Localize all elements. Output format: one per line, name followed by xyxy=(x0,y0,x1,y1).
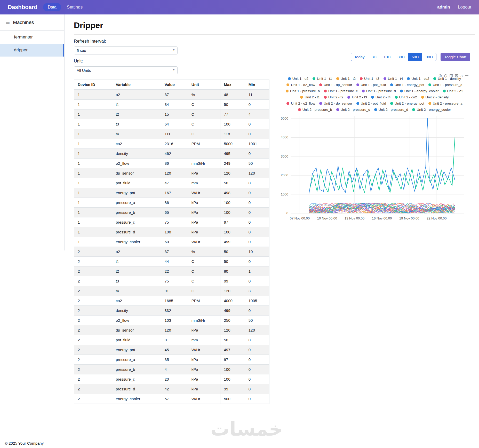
legend-item[interactable]: Unit 2 - density xyxy=(421,95,449,99)
legend-item[interactable]: Unit 2 - co2 xyxy=(395,95,417,99)
unit-select[interactable]: All Units xyxy=(74,66,178,74)
toggle-chart-button[interactable]: Toggle Chart xyxy=(441,53,470,61)
legend-item[interactable]: Unit 2 - pressure_c xyxy=(336,108,370,112)
table-cell: 100 xyxy=(220,208,245,217)
table-cell: kPa xyxy=(188,198,220,208)
legend-item[interactable]: Unit 1 - pressure_c xyxy=(324,89,358,93)
legend-item[interactable]: Unit 2 - pressure_d xyxy=(374,108,408,112)
legend-item[interactable]: Unit 1 - t2 xyxy=(336,77,356,81)
legend-item[interactable]: Unit 2 - energy_cooler xyxy=(412,108,451,112)
menu-icon[interactable]: ☰ xyxy=(6,20,10,25)
table-cell: C xyxy=(188,257,220,266)
table-cell: t1 xyxy=(112,257,161,266)
legend-item[interactable]: Unit 1 - energy_pot xyxy=(390,83,424,87)
table-cell: 0 xyxy=(245,384,269,394)
legend-item[interactable]: Unit 1 - co2 xyxy=(407,77,429,81)
nav-settings-link[interactable]: Settings xyxy=(67,5,83,10)
brand-dashboard[interactable]: Dashboard xyxy=(8,4,37,11)
refresh-interval-select[interactable]: 5 sec xyxy=(74,46,178,54)
table-cell: 0 xyxy=(245,100,269,109)
legend-item[interactable]: Unit 2 - o2_flow xyxy=(286,101,315,105)
legend-item[interactable]: Unit 2 - t4 xyxy=(371,95,391,99)
table-cell: pressure_a xyxy=(112,198,161,208)
home-icon[interactable]: ⌂ xyxy=(460,74,463,78)
legend-item[interactable]: Unit 1 - t1 xyxy=(313,77,332,81)
legend-item[interactable]: Unit 2 - energy_pot xyxy=(390,101,424,105)
legend-dot-icon xyxy=(324,90,327,92)
logout-link[interactable]: Logout xyxy=(458,5,471,10)
legend-item[interactable]: Unit 2 - o2 xyxy=(443,89,463,93)
table-cell: W/Hr xyxy=(188,237,220,247)
svg-text:16 Nov 00:00: 16 Nov 00:00 xyxy=(372,216,392,220)
table-cell: 50 xyxy=(220,100,245,109)
legend-dot-icon xyxy=(324,96,327,99)
sidebar-item-fermenter[interactable]: fermenter xyxy=(0,31,64,44)
chart-canvas[interactable]: 07 Nov 00:0010 Nov 00:0013 Nov 00:0016 N… xyxy=(279,113,467,222)
legend-dot-icon xyxy=(371,96,374,99)
table-cell: 0 xyxy=(161,335,188,345)
legend-label: Unit 2 - t4 xyxy=(376,95,391,99)
table-cell: 47 xyxy=(161,178,188,188)
legend-dot-icon xyxy=(433,77,436,80)
range-button-today[interactable]: Today xyxy=(351,53,368,61)
table-cell: density xyxy=(112,149,161,159)
legend-item[interactable]: Unit 2 - pressure_a xyxy=(428,101,462,105)
legend-item[interactable]: Unit 1 - pot_fluid xyxy=(356,83,386,87)
table-cell: dp_sensor xyxy=(112,168,161,178)
table-cell: 0 xyxy=(245,276,269,286)
legend-item[interactable]: Unit 1 - pressure_a xyxy=(428,83,462,87)
table-cell: 118 xyxy=(220,129,245,139)
table-row: 1t215C774 xyxy=(74,109,269,119)
legend-item[interactable]: Unit 1 - o2_flow xyxy=(286,83,315,87)
legend-dot-icon xyxy=(319,83,322,86)
legend-item[interactable]: Unit 1 - o2 xyxy=(288,77,308,81)
modebar-menu-icon[interactable]: ☰ xyxy=(465,74,469,78)
range-button-60d[interactable]: 60D xyxy=(408,53,422,61)
table-cell: 2 xyxy=(74,355,112,365)
legend-item[interactable]: Unit 2 - pressure_b xyxy=(298,108,332,112)
legend-label: Unit 1 - t2 xyxy=(341,77,356,81)
range-button-10d[interactable]: 10D xyxy=(380,53,394,61)
legend-dot-icon xyxy=(390,83,393,86)
sidebar-item-dripper[interactable]: dripper xyxy=(0,44,64,57)
table-cell: 2 xyxy=(74,306,112,316)
legend-item[interactable]: Unit 2 - pot_fluid xyxy=(356,101,386,105)
range-button-90d[interactable]: 90D xyxy=(422,53,436,61)
legend-item[interactable]: Unit 1 - pressure_b xyxy=(286,89,320,93)
legend-label: Unit 2 - t2 xyxy=(328,95,344,99)
legend-item[interactable]: Unit 1 - dp_sensor xyxy=(319,83,352,87)
zoom-out-icon[interactable]: ⊖ xyxy=(444,74,448,78)
legend-item[interactable]: Unit 1 - energy_cooler xyxy=(400,89,439,93)
nav-data-button[interactable]: Data xyxy=(43,3,61,11)
table-cell: 0 xyxy=(245,365,269,374)
table-cell: 22 xyxy=(161,266,188,276)
table-row: 2energy_pot45W/Hr4970 xyxy=(74,345,269,355)
legend-item[interactable]: Unit 2 - t3 xyxy=(347,95,367,99)
table-cell: kPa xyxy=(188,168,220,178)
legend-item[interactable]: Unit 2 - t1 xyxy=(300,95,320,99)
legend-label: Unit 1 - co2 xyxy=(411,77,429,81)
range-button-3d[interactable]: 3D xyxy=(368,53,380,61)
table-cell: mm xyxy=(188,335,220,345)
legend-dot-icon xyxy=(390,102,393,105)
table-cell: 2 xyxy=(74,266,112,276)
table-cell: kPa xyxy=(188,325,220,335)
legend-item[interactable]: Unit 1 - t4 xyxy=(384,77,403,81)
table-cell: 0 xyxy=(245,374,269,384)
svg-text:5000: 5000 xyxy=(281,116,288,120)
range-button-30d[interactable]: 30D xyxy=(394,53,408,61)
legend-label: Unit 1 - o2_flow xyxy=(291,83,315,87)
legend-item[interactable]: Unit 2 - dp_sensor xyxy=(319,101,352,105)
zoom-in-icon[interactable]: ⊕ xyxy=(438,74,442,78)
table-cell: % xyxy=(188,247,220,257)
table-cell: pressure_d xyxy=(112,227,161,237)
legend-item[interactable]: Unit 1 - t3 xyxy=(360,77,379,81)
legend-dot-icon xyxy=(443,90,446,92)
legend-item[interactable]: Unit 1 - pressure_d xyxy=(362,89,396,93)
table-cell: energy_pot xyxy=(112,188,161,198)
autoscale-icon[interactable]: ⊞ xyxy=(449,74,453,78)
legend-item[interactable]: Unit 2 - t2 xyxy=(324,95,344,99)
pan-icon[interactable]: ⊠ xyxy=(455,74,458,78)
table-cell: pot_fluid xyxy=(112,178,161,188)
svg-text:13 Nov 00:00: 13 Nov 00:00 xyxy=(345,216,364,220)
